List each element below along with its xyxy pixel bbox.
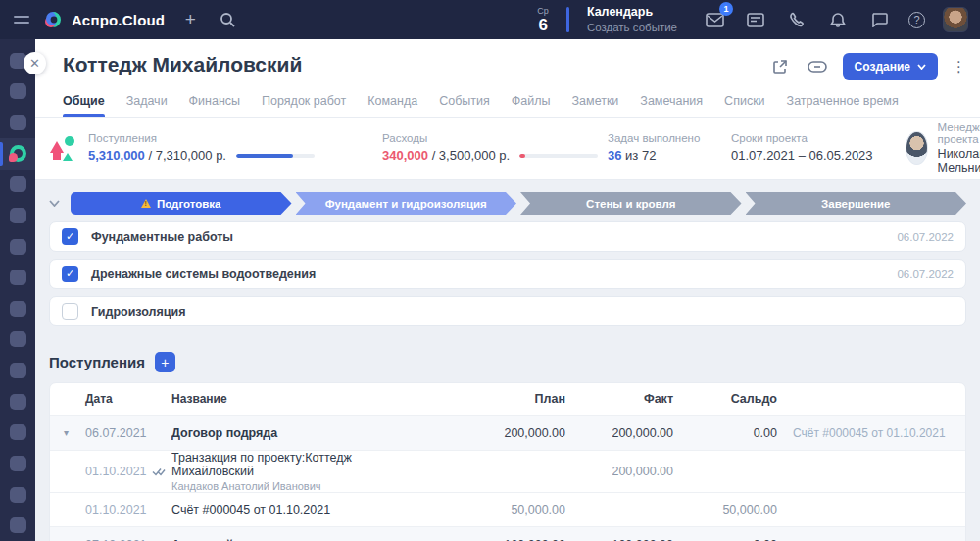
- search-icon[interactable]: [216, 8, 239, 31]
- help-icon[interactable]: ?: [908, 12, 925, 28]
- col-plan[interactable]: План: [475, 392, 565, 406]
- tab-team[interactable]: Команда: [368, 94, 417, 117]
- tab-general[interactable]: Общие: [63, 94, 105, 117]
- row-plan: 100,000.00: [475, 538, 565, 541]
- receipts-section-title: Поступления: [49, 354, 145, 370]
- table-row[interactable]: 01.10.2021 Транзакция по проекту:Коттедж…: [50, 451, 965, 493]
- weekday-label: Ср: [537, 7, 549, 16]
- receipts-value: 5,310,000: [88, 148, 145, 163]
- stat-tasks: Задач выполнено 36 из 72: [608, 132, 731, 163]
- top-bar: Аспро.Cloud + Ср 6 Календарь Создать соб…: [0, 0, 980, 39]
- sidebar-item-funnel[interactable]: [0, 107, 35, 138]
- manager-name[interactable]: Николай Мельников: [938, 147, 980, 174]
- page-title: Коттедж Михайловский: [49, 53, 302, 76]
- sidebar-item-projects[interactable]: [0, 138, 35, 170]
- sidebar-item-team[interactable]: [0, 200, 35, 231]
- tab-bar: Общие Задачи Финансы Порядок работ Коман…: [49, 80, 966, 117]
- row-name[interactable]: Транзакция по проекту:Коттедж Михайловск…: [172, 451, 381, 478]
- sidebar-item-finance[interactable]: [0, 262, 35, 293]
- copy-link-icon[interactable]: [806, 55, 829, 78]
- tab-tasks[interactable]: Задачи: [126, 94, 168, 117]
- add-receipt-button[interactable]: +: [155, 352, 175, 372]
- sidebar-item-clients[interactable]: [0, 293, 35, 324]
- row-name[interactable]: Договор подряда: [172, 426, 381, 440]
- double-check-icon: [152, 467, 166, 476]
- sidebar-item-products[interactable]: [0, 324, 35, 356]
- tab-lists[interactable]: Списки: [724, 94, 764, 117]
- tab-remarks[interactable]: Замечания: [640, 94, 703, 117]
- create-event-link[interactable]: Создать событие: [587, 21, 677, 34]
- app-name: Аспро.Cloud: [72, 12, 165, 28]
- tab-notes[interactable]: Заметки: [572, 94, 619, 117]
- add-icon[interactable]: +: [178, 8, 202, 31]
- user-avatar[interactable]: [943, 7, 968, 32]
- portal-icon: [10, 394, 26, 410]
- project-stats: Поступления 5,310,000 / 7,310,000 р. Рас…: [35, 118, 980, 180]
- sidebar-item-docs[interactable]: [0, 231, 35, 263]
- expenses-label: Расходы: [382, 132, 608, 144]
- calendar-widget[interactable]: Календарь Создать событие: [587, 5, 677, 34]
- col-name[interactable]: Название: [172, 392, 381, 406]
- invoice-link[interactable]: Счёт #000045 от 01.10.2021: [777, 426, 954, 440]
- chat-icon[interactable]: [867, 8, 891, 31]
- tab-work-order[interactable]: Порядок работ: [262, 94, 346, 117]
- create-button[interactable]: Создание: [843, 53, 938, 80]
- app-logo[interactable]: Аспро.Cloud: [43, 10, 165, 29]
- manager-avatar[interactable]: [906, 131, 928, 165]
- collapse-row-icon[interactable]: ▾: [64, 427, 85, 438]
- table-row[interactable]: ▸ 07.10.2021 Агентский договор 100,000.0…: [50, 527, 965, 541]
- expenses-total: / 3,500,000 р.: [432, 148, 511, 163]
- projects-icon: [10, 145, 26, 162]
- sidebar-item-performance[interactable]: [0, 510, 35, 541]
- more-options-icon[interactable]: ⋮: [952, 58, 966, 75]
- table-row[interactable]: ▾ 06.07.2021 Договор подряда 200,000.00 …: [50, 416, 965, 451]
- row-date: 01.10.2021: [85, 503, 172, 516]
- sidebar-item-apps[interactable]: [0, 418, 35, 449]
- sidebar-item-reports[interactable]: [0, 355, 35, 386]
- clients-icon: [10, 301, 26, 317]
- open-external-icon[interactable]: [768, 55, 792, 78]
- bell-icon[interactable]: [826, 8, 850, 31]
- date-widget[interactable]: Ср 6: [537, 7, 549, 33]
- stage-foundation[interactable]: Фундамент и гидроизоляция: [296, 192, 517, 215]
- checkbox-checked[interactable]: ✓: [62, 228, 78, 245]
- phone-icon[interactable]: [785, 8, 808, 31]
- sidebar-item-crm[interactable]: [0, 170, 35, 201]
- menu-icon[interactable]: [14, 16, 29, 24]
- stage-walls-roof[interactable]: Стены и кровля: [520, 192, 742, 215]
- tab-events[interactable]: События: [439, 94, 490, 117]
- project-header: Коттедж Михайловский Создание ⋮ Общие За…: [35, 39, 980, 118]
- close-icon[interactable]: ✕: [24, 52, 46, 74]
- col-saldo[interactable]: Сальдо: [673, 392, 777, 406]
- sidebar-item-hr[interactable]: [0, 479, 35, 511]
- checkbox-unchecked[interactable]: [62, 303, 78, 320]
- receipts-label: Поступления: [88, 132, 382, 144]
- dates-range: 01.07.2021 – 06.05.2023: [731, 148, 906, 163]
- divider: [566, 7, 569, 32]
- tab-finance[interactable]: Финансы: [189, 94, 240, 117]
- create-button-label: Создание: [855, 60, 910, 74]
- stage-preparation[interactable]: Подготовка: [71, 192, 292, 215]
- row-name[interactable]: Счёт #000045 от 01.10.2021: [172, 503, 381, 516]
- sidebar-item-tasks[interactable]: [0, 76, 35, 108]
- row-name[interactable]: Агентский договор: [172, 538, 381, 541]
- checkbox-checked[interactable]: ✓: [62, 266, 78, 282]
- tab-files[interactable]: Файлы: [512, 94, 551, 117]
- checklist-item: ✓ Дренажные системы водоотведения 06.07.…: [49, 259, 966, 289]
- sidebar-item-portal[interactable]: [0, 386, 35, 418]
- row-contact: Кандаков Анатолий Иванович: [172, 480, 381, 492]
- checklist-date: 06.07.2022: [897, 269, 954, 280]
- col-fact[interactable]: Факт: [565, 392, 673, 406]
- notes-icon[interactable]: [744, 8, 767, 31]
- sidebar-item-knowledge[interactable]: [0, 448, 35, 479]
- mail-icon[interactable]: 1: [703, 8, 726, 31]
- docs-icon: [10, 239, 26, 255]
- stage-completion[interactable]: Завершение: [746, 192, 967, 215]
- collapse-stages-icon[interactable]: [49, 200, 67, 207]
- table-header: Дата Название План Факт Сальдо: [50, 383, 965, 416]
- table-row[interactable]: 01.10.2021 Счёт #000045 от 01.10.2021 50…: [50, 493, 965, 527]
- expenses-progress: [519, 154, 598, 158]
- tab-time-spent[interactable]: Затраченное время: [787, 94, 899, 117]
- col-date[interactable]: Дата: [85, 392, 172, 406]
- receipts-total: / 7,310,000 р.: [148, 148, 226, 163]
